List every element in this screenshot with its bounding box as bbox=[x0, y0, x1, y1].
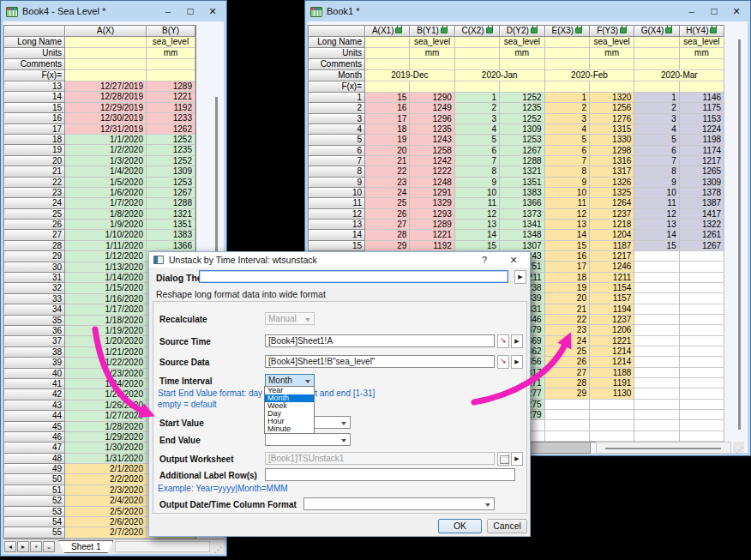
value-cell[interactable]: 13 bbox=[545, 220, 590, 230]
value-cell[interactable]: 1320 bbox=[590, 93, 634, 103]
value-cell[interactable]: 1348 bbox=[500, 230, 544, 240]
value-cell[interactable]: 25 bbox=[365, 198, 410, 208]
row-header-cell[interactable]: 37 bbox=[4, 336, 65, 346]
row-header-cell[interactable]: 48 bbox=[4, 454, 65, 464]
value-cell[interactable]: 1378 bbox=[680, 188, 724, 198]
lock-icon[interactable] bbox=[620, 27, 627, 33]
date-cell[interactable]: 2/7/2020 bbox=[65, 527, 147, 538]
corner-cell[interactable] bbox=[309, 26, 365, 37]
value-cell[interactable]: 1256 bbox=[590, 103, 634, 113]
row-header-cell[interactable]: 50 bbox=[4, 474, 65, 485]
date-cell[interactable]: 1/24/2020 bbox=[65, 379, 147, 389]
row-header-cell[interactable]: 11 bbox=[309, 198, 365, 208]
value-cell[interactable]: 8 bbox=[545, 166, 590, 177]
row-header-cell[interactable]: 53 bbox=[4, 507, 65, 517]
date-cell[interactable]: 1/10/2020 bbox=[65, 230, 147, 240]
column-header[interactable]: A(X1) bbox=[365, 26, 410, 37]
range-select-icon[interactable] bbox=[497, 355, 509, 369]
value-cell[interactable]: 1233 bbox=[147, 113, 195, 123]
row-label-cell[interactable]: Comments bbox=[4, 59, 65, 70]
sheet-list-icon[interactable]: ⌄ bbox=[43, 541, 55, 552]
row-header-cell[interactable]: 51 bbox=[4, 485, 65, 496]
value-cell[interactable]: 1235 bbox=[410, 124, 454, 135]
value-cell[interactable] bbox=[634, 304, 679, 315]
label-cell[interactable] bbox=[65, 70, 147, 81]
value-cell[interactable]: 1248 bbox=[410, 178, 454, 188]
date-cell[interactable]: 1/30/2020 bbox=[65, 443, 147, 453]
value-cell[interactable]: 1383 bbox=[147, 230, 195, 240]
value-cell[interactable]: 1309 bbox=[680, 178, 724, 188]
label-cell[interactable] bbox=[65, 37, 147, 48]
value-cell[interactable]: 3 bbox=[545, 114, 590, 124]
value-cell[interactable]: 1351 bbox=[147, 220, 195, 230]
value-cell[interactable]: 1289 bbox=[410, 220, 454, 230]
value-cell[interactable]: 8 bbox=[455, 166, 500, 177]
value-cell[interactable]: 16 bbox=[545, 251, 590, 262]
date-cell[interactable]: 1/25/2020 bbox=[65, 389, 147, 400]
value-cell[interactable]: 6 bbox=[634, 146, 679, 156]
label-cell[interactable] bbox=[365, 48, 410, 59]
row-header-cell[interactable]: 32 bbox=[4, 283, 65, 293]
worksheet-icon[interactable] bbox=[497, 452, 509, 466]
date-cell[interactable]: 1/27/2020 bbox=[65, 411, 147, 421]
value-cell[interactable]: 1309 bbox=[500, 124, 544, 135]
date-cell[interactable]: 1/8/2020 bbox=[65, 209, 147, 220]
value-cell[interactable] bbox=[634, 410, 679, 420]
value-cell[interactable] bbox=[634, 251, 679, 262]
lock-icon[interactable] bbox=[441, 27, 448, 33]
row-label-cell[interactable]: F(x)= bbox=[4, 70, 65, 81]
date-cell[interactable]: 2/1/2020 bbox=[65, 464, 147, 474]
maximize-icon[interactable] bbox=[179, 4, 201, 20]
value-cell[interactable]: 1289 bbox=[147, 81, 195, 92]
column-header[interactable]: B(Y1) bbox=[410, 26, 454, 37]
label-cell[interactable]: mm bbox=[147, 48, 195, 59]
lock-icon[interactable] bbox=[531, 27, 538, 33]
value-cell[interactable]: 18 bbox=[545, 273, 590, 283]
value-cell[interactable] bbox=[634, 388, 679, 399]
value-cell[interactable]: 1383 bbox=[500, 188, 544, 198]
row-header-cell[interactable]: 30 bbox=[4, 262, 65, 273]
value-cell[interactable]: 1222 bbox=[410, 166, 454, 177]
value-cell[interactable]: 1242 bbox=[410, 156, 454, 166]
value-cell[interactable] bbox=[680, 368, 724, 378]
value-cell[interactable]: 1154 bbox=[590, 283, 634, 293]
value-cell[interactable] bbox=[634, 420, 679, 431]
value-cell[interactable]: 1293 bbox=[410, 209, 454, 220]
sheet-tab[interactable]: Sheet 1 bbox=[58, 540, 113, 553]
row-header-cell[interactable]: 23 bbox=[4, 188, 65, 198]
label-cell[interactable] bbox=[500, 81, 544, 93]
row-header-cell[interactable]: 16 bbox=[4, 113, 65, 123]
value-cell[interactable]: 11 bbox=[455, 198, 500, 208]
dropdown-option[interactable]: Minute bbox=[265, 425, 314, 433]
value-cell[interactable]: 23 bbox=[545, 325, 590, 335]
lock-icon[interactable] bbox=[486, 27, 493, 33]
value-cell[interactable]: 5 bbox=[545, 135, 590, 145]
label-cell[interactable] bbox=[590, 81, 634, 93]
row-header-cell[interactable]: 14 bbox=[309, 230, 365, 240]
date-cell[interactable]: 1/9/2020 bbox=[65, 220, 147, 230]
value-cell[interactable] bbox=[634, 262, 679, 272]
value-cell[interactable]: 1252 bbox=[147, 135, 195, 145]
value-cell[interactable]: 1253 bbox=[500, 135, 544, 145]
value-cell[interactable]: 1417 bbox=[680, 209, 724, 220]
label-cell[interactable] bbox=[455, 37, 500, 48]
value-cell[interactable] bbox=[634, 346, 679, 357]
next-sheet-icon[interactable]: ▸ bbox=[17, 541, 29, 552]
row-header-cell[interactable]: 33 bbox=[4, 294, 65, 304]
row-header-cell[interactable]: 13 bbox=[309, 220, 365, 230]
label-cell[interactable]: sea_level bbox=[500, 37, 544, 48]
row-header-cell[interactable]: 5 bbox=[309, 135, 365, 145]
value-cell[interactable]: 28 bbox=[365, 230, 410, 240]
value-cell[interactable]: 20 bbox=[545, 293, 590, 304]
row-header-cell[interactable]: 40 bbox=[4, 369, 65, 379]
value-cell[interactable]: 1221 bbox=[590, 336, 634, 346]
value-cell[interactable]: 26 bbox=[365, 209, 410, 220]
lock-icon[interactable] bbox=[710, 27, 717, 33]
row-header-cell[interactable]: 12 bbox=[309, 209, 365, 220]
label-cell[interactable]: mm bbox=[500, 48, 544, 59]
first-sheet-icon[interactable]: ◂ bbox=[4, 541, 16, 552]
book1-titlebar[interactable]: Book1 * bbox=[308, 3, 748, 21]
value-cell[interactable]: 1 bbox=[545, 93, 590, 103]
value-cell[interactable]: 1218 bbox=[590, 220, 634, 230]
date-cell[interactable]: 12/31/2019 bbox=[65, 124, 147, 135]
